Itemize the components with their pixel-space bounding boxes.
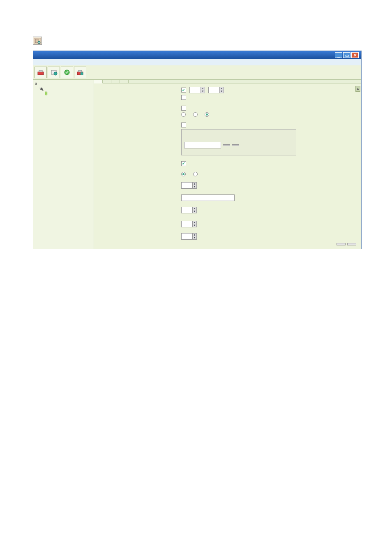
checkbox-also-shutdown-ups[interactable] — [181, 95, 186, 100]
toolbar-icon-2[interactable] — [48, 67, 60, 78]
svg-rect-4 — [39, 70, 42, 72]
radio-immediately[interactable] — [193, 112, 198, 117]
shortcut-icon — [33, 37, 42, 45]
checkbox-allow-ips[interactable] — [181, 123, 186, 127]
label-battery-low — [99, 106, 181, 118]
radio-shutdown[interactable] — [181, 172, 186, 176]
tabs — [94, 80, 361, 83]
label-system-should — [99, 172, 181, 178]
svg-rect-9 — [78, 70, 82, 72]
computer-icon: 🖥 — [34, 82, 38, 86]
radio-based-model[interactable] — [181, 112, 186, 117]
checkbox-shutdown-after[interactable] — [181, 88, 186, 92]
toolbar-icon-3[interactable] — [61, 67, 73, 78]
ups-icon: 🔋 — [44, 91, 48, 95]
scroll-up-icon[interactable]: ▲ — [355, 86, 360, 92]
toolbar — [33, 65, 361, 80]
svg-rect-3 — [38, 72, 44, 75]
tab-purchase[interactable] — [120, 80, 129, 83]
tab-remote-shutdown[interactable] — [103, 80, 111, 83]
label-popup — [99, 221, 181, 229]
add-button[interactable] — [223, 144, 230, 146]
spinner-popup[interactable]: ▲▼ — [181, 221, 197, 227]
tree-grandchild[interactable]: 🔋 — [34, 91, 93, 95]
spinner-wait[interactable]: ▲▼ — [181, 182, 197, 189]
label-ups-battery — [99, 87, 181, 102]
plug-icon: 🔌 — [39, 87, 44, 91]
step-1-line — [33, 35, 359, 46]
tree-child[interactable]: 🔌 — [34, 86, 93, 91]
input-sec[interactable] — [209, 87, 219, 93]
tab-parameters[interactable] — [111, 80, 120, 83]
toolbar-icon-4[interactable] — [74, 67, 86, 78]
tree-panel: 🖥 🔌 🔋 — [33, 80, 94, 249]
spinner-max-exec[interactable]: ▲▼ — [181, 207, 197, 213]
default-button[interactable] — [347, 243, 356, 245]
input-file-path[interactable] — [181, 194, 235, 201]
spinner-min[interactable]: ▲▼ — [189, 87, 205, 93]
svg-point-6 — [54, 72, 57, 75]
label-wait-time — [99, 182, 181, 190]
checkbox-shutdown-immediately[interactable] — [181, 106, 186, 111]
input-min[interactable] — [190, 87, 201, 93]
toolbar-icon-1[interactable] — [35, 67, 47, 78]
user-info — [353, 65, 361, 79]
form-area: ▲ ▲▼ ▲▼ — [94, 83, 361, 249]
delete-button[interactable] — [232, 144, 239, 146]
radio-sleep[interactable] — [193, 172, 198, 176]
input-max-exec[interactable] — [182, 207, 192, 213]
label-scheduled — [99, 161, 181, 168]
close-button[interactable]: ✕ — [351, 52, 359, 58]
menubar — [33, 59, 361, 65]
app-window: _ ▭ ✕ 🖥 🔌 🔋 — [33, 51, 362, 249]
apply-button[interactable] — [337, 243, 346, 245]
checkbox-trigger-sleep[interactable] — [181, 161, 186, 166]
tab-local-shutdown[interactable] — [94, 80, 103, 83]
input-warn[interactable] — [182, 234, 192, 239]
minimize-button[interactable]: _ — [335, 52, 342, 58]
tree-root[interactable]: 🖥 — [34, 81, 93, 86]
spinner-sec[interactable]: ▲▼ — [208, 87, 224, 93]
label-max-exec — [99, 207, 181, 217]
input-wait[interactable] — [182, 183, 192, 188]
svg-point-10 — [81, 72, 83, 75]
maximize-button[interactable]: ▭ — [343, 52, 350, 58]
radio-still-on[interactable] — [205, 112, 209, 117]
window-buttons: _ ▭ ✕ — [335, 52, 359, 58]
ip-listbox — [181, 129, 296, 155]
label-file-exec — [99, 194, 181, 203]
titlebar: _ ▭ ✕ — [33, 51, 361, 59]
input-popup[interactable] — [182, 221, 192, 227]
label-remote-shutdown — [99, 123, 181, 157]
label-warn-every — [99, 233, 181, 241]
spinner-warn[interactable]: ▲▼ — [181, 233, 197, 240]
ip-input[interactable] — [184, 142, 221, 148]
